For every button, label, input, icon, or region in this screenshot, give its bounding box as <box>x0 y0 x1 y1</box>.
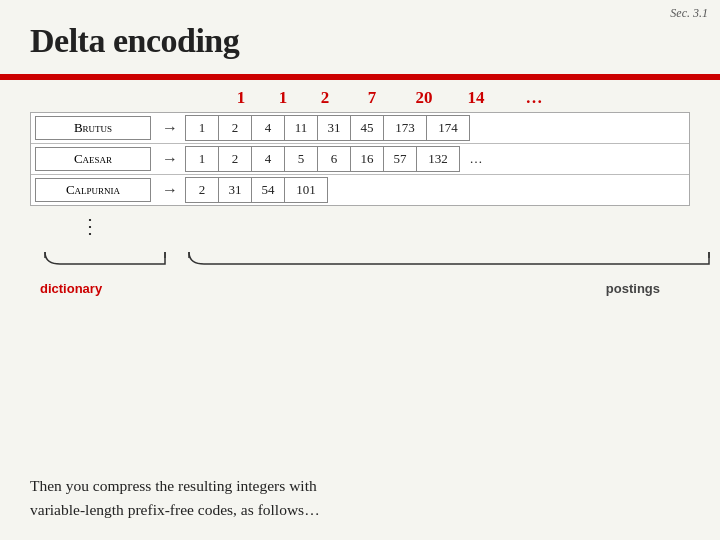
pc: 132 <box>416 146 460 172</box>
pc: 16 <box>350 146 384 172</box>
footer-text: Then you compress the resulting integers… <box>30 474 690 522</box>
pc: 31 <box>218 177 252 203</box>
table-row: Caesar → 1 2 4 5 6 16 57 132 … <box>31 144 689 175</box>
pc: 2 <box>218 115 252 141</box>
footer-line1: Then you compress the resulting integers… <box>30 477 317 494</box>
term-brutus: Brutus <box>35 116 151 140</box>
pc: 2 <box>185 177 219 203</box>
page-title: Delta encoding <box>30 22 239 60</box>
pc: 174 <box>426 115 470 141</box>
pc: 2 <box>218 146 252 172</box>
header-numbers-row: 1 1 2 7 20 14 … <box>220 88 700 108</box>
arrow-caesar: → <box>155 144 185 174</box>
pc: 6 <box>317 146 351 172</box>
pc: 4 <box>251 115 285 141</box>
hnum-4: 7 <box>346 88 398 108</box>
pc: 11 <box>284 115 318 141</box>
main-content: 1 1 2 7 20 14 … Brutus → 1 2 4 11 31 45 … <box>20 88 700 294</box>
pc: 1 <box>185 146 219 172</box>
postings-table: Brutus → 1 2 4 11 31 45 173 174 Caesar →… <box>30 112 690 206</box>
pcells-brutus: 1 2 4 11 31 45 173 174 <box>185 113 469 143</box>
pc: 57 <box>383 146 417 172</box>
hnum-5: 20 <box>398 88 450 108</box>
term-calpurnia: Calpurnia <box>35 178 151 202</box>
hnum-1: 1 <box>220 88 262 108</box>
pc: 4 <box>251 146 285 172</box>
table-row: Brutus → 1 2 4 11 31 45 173 174 <box>31 113 689 144</box>
post-label: postings <box>606 281 660 296</box>
arrow-calpurnia: → <box>155 175 185 205</box>
dots: ⋮ <box>80 214 102 238</box>
hnum-3: 2 <box>304 88 346 108</box>
braces-section: dictionary postings <box>30 244 690 294</box>
table-row: Calpurnia → 2 31 54 101 <box>31 175 689 205</box>
red-bar <box>0 74 720 80</box>
pc-ellipsis: … <box>459 146 493 172</box>
pc: 54 <box>251 177 285 203</box>
dict-label: dictionary <box>40 281 102 296</box>
dict-brace-svg <box>40 250 170 276</box>
pc: 1 <box>185 115 219 141</box>
term-caesar: Caesar <box>35 147 151 171</box>
pcells-caesar: 1 2 4 5 6 16 57 132 … <box>185 144 492 174</box>
pc: 173 <box>383 115 427 141</box>
pc: 45 <box>350 115 384 141</box>
arrow-brutus: → <box>155 113 185 143</box>
pcells-calpurnia: 2 31 54 101 <box>185 175 327 205</box>
hnum-2: 1 <box>262 88 304 108</box>
post-brace-svg <box>184 250 714 276</box>
pc: 101 <box>284 177 328 203</box>
footer-line2: variable-length prefix-free codes, as fo… <box>30 501 320 518</box>
dots-row: ⋮ <box>80 214 700 238</box>
hnum-6: 14 <box>450 88 502 108</box>
pc: 5 <box>284 146 318 172</box>
section-label: Sec. 3.1 <box>670 6 708 21</box>
hnum-ellipsis: … <box>502 88 566 108</box>
pc: 31 <box>317 115 351 141</box>
